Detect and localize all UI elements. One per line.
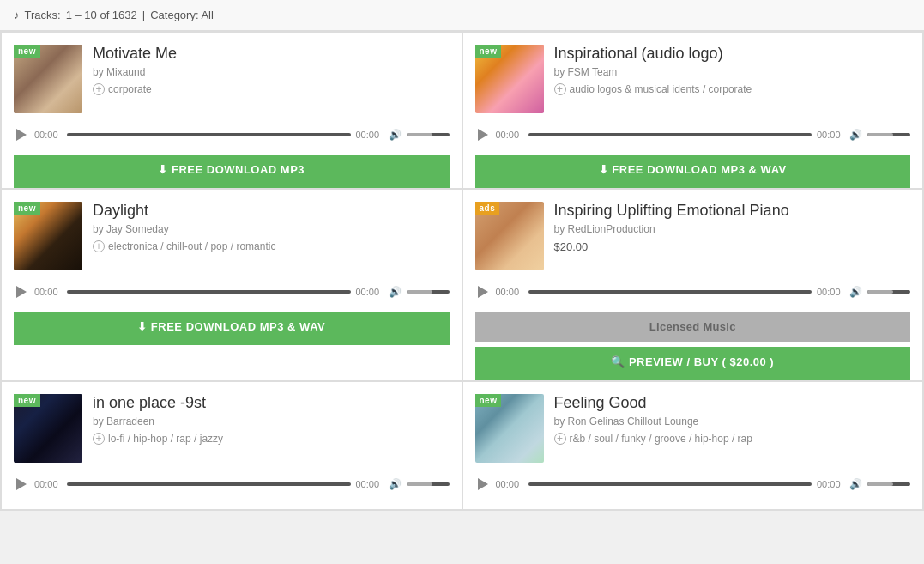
thumb-wrap: new [475,394,544,463]
volume-icon[interactable]: 🔊 [389,286,402,298]
track-badge: new [475,45,502,58]
tags-text: lo-fi / hip-hop / rap / jazzy [108,433,223,445]
track-author: by RedLionProduction [554,223,911,235]
time-end: 00:00 [356,287,383,297]
thumb-wrap: new [14,202,82,270]
track-tags: + r&b / soul / funky / groove / hip-hop … [554,433,911,445]
player-bar: 00:00 00:00 🔊 [14,279,450,305]
track-author: by FSM Team [554,66,911,78]
track-header: new in one place -9st by Barradeen + lo-… [14,394,450,463]
track-tags: + audio logos & musical idents / corpora… [554,83,911,95]
progress-track[interactable] [67,482,351,486]
plus-icon: + [554,433,566,445]
volume-icon[interactable]: 🔊 [849,129,862,141]
track-info: Motivate Me by Mixaund + corporate [93,45,450,95]
track-price: $20.00 [554,240,911,253]
time-start: 00:00 [34,130,62,140]
volume-slider[interactable] [407,290,450,294]
thumb-wrap: new [475,45,544,113]
time-end: 00:00 [817,287,844,297]
player-bar: 00:00 00:00 🔊 [475,122,911,148]
tags-text: electronica / chill-out / pop / romantic [108,240,275,252]
track-tags: + corporate [93,83,450,95]
progress-track[interactable] [528,133,812,136]
track-title: Inspiring Uplifting Emotional Piano [554,202,911,221]
track-info: Inspiring Uplifting Emotional Piano by R… [554,202,911,253]
track-card-inspirational-audio: new Inspirational (audio logo) by FSM Te… [463,33,923,188]
track-badge: new [14,202,40,215]
volume-slider[interactable] [407,133,450,136]
plus-icon: + [93,433,105,445]
download-button[interactable]: ⬇ FREE DOWNLOAD MP3 & WAV [475,155,911,188]
player-bar: 00:00 00:00 🔊 [14,122,450,148]
plus-icon: + [93,240,105,252]
track-badge: new [475,394,502,407]
time-start: 00:00 [496,479,523,489]
track-title: Feeling Good [554,394,911,413]
time-start: 00:00 [496,130,523,140]
track-card-motivate-me: new Motivate Me by Mixaund + corporate 0… [2,33,462,188]
track-tags: + electronica / chill-out / pop / romant… [93,240,450,252]
volume-icon[interactable]: 🔊 [389,129,402,141]
play-button[interactable] [14,127,29,143]
download-button[interactable]: ⬇ FREE DOWNLOAD MP3 & WAV [14,312,450,345]
track-title: Inspirational (audio logo) [554,45,911,64]
track-badge: new [14,45,40,58]
progress-track[interactable] [67,133,351,136]
time-start: 00:00 [34,287,62,297]
time-end: 00:00 [817,479,844,489]
track-tags: + lo-fi / hip-hop / rap / jazzy [93,433,450,445]
track-card-in-one-place: new in one place -9st by Barradeen + lo-… [2,382,462,509]
tracks-label: Tracks: [25,9,61,21]
track-badge: ads [475,202,500,215]
download-button[interactable]: ⬇ FREE DOWNLOAD MP3 [14,155,450,188]
track-info: Daylight by Jay Someday + electronica / … [93,202,450,252]
time-end: 00:00 [356,479,383,489]
volume-icon[interactable]: 🔊 [849,478,862,490]
play-button[interactable] [475,476,491,492]
thumb-wrap: new [14,394,82,463]
volume-icon[interactable]: 🔊 [849,286,862,298]
plus-icon: + [93,83,105,95]
progress-track[interactable] [528,482,812,486]
track-title: Daylight [93,202,450,221]
play-button[interactable] [475,284,491,300]
progress-track[interactable] [67,290,351,294]
time-end: 00:00 [817,130,844,140]
play-button[interactable] [14,284,29,300]
track-info: Inspirational (audio logo) by FSM Team +… [554,45,911,95]
track-author: by Jay Someday [93,223,450,235]
track-badge: new [14,394,40,407]
track-title: in one place -9st [93,394,450,413]
volume-slider[interactable] [867,133,910,136]
play-button[interactable] [475,127,491,143]
separator: | [142,9,145,21]
volume-icon[interactable]: 🔊 [389,478,402,490]
tracks-range: 1 – 10 of 1632 [66,9,137,21]
plus-icon: + [554,83,566,95]
top-bar: ♪ Tracks: 1 – 10 of 1632 | Category: All [0,0,924,31]
thumb-wrap: ads [475,202,544,270]
preview-buy-button[interactable]: 🔍 PREVIEW / BUY ( $20.00 ) [475,347,911,380]
track-header: new Daylight by Jay Someday + electronic… [14,202,450,270]
play-button[interactable] [14,476,29,492]
track-header: new Motivate Me by Mixaund + corporate [14,45,450,113]
licensed-button[interactable]: Licensed Music [475,312,911,342]
track-author: by Ron Gelinas Chillout Lounge [554,415,911,428]
volume-slider[interactable] [867,482,910,486]
tracks-grid: new Motivate Me by Mixaund + corporate 0… [0,31,924,511]
track-header: ads Inspiring Uplifting Emotional Piano … [475,202,911,270]
track-title: Motivate Me [93,45,450,64]
category-label: Category: All [150,9,214,21]
volume-slider[interactable] [407,482,450,486]
track-info: in one place -9st by Barradeen + lo-fi /… [93,394,450,445]
player-bar: 00:00 00:00 🔊 [475,471,911,497]
music-note-icon: ♪ [14,9,20,21]
track-card-daylight: new Daylight by Jay Someday + electronic… [2,190,462,380]
track-header: new Feeling Good by Ron Gelinas Chillout… [475,394,911,463]
tags-text: corporate [108,83,152,95]
progress-track[interactable] [528,290,812,294]
track-author: by Mixaund [93,66,450,78]
volume-slider[interactable] [867,290,910,294]
time-start: 00:00 [496,287,523,297]
